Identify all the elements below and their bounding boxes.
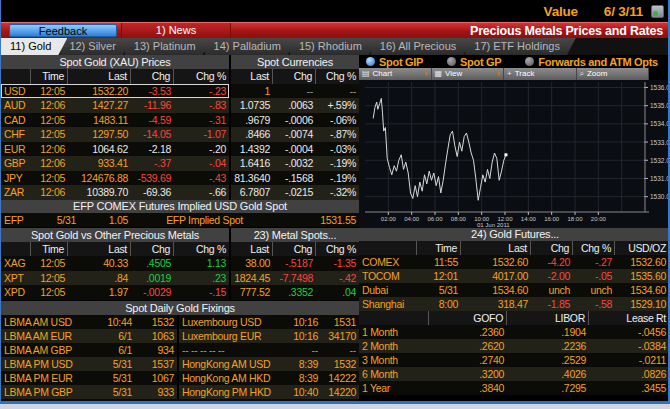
table-row[interactable]: CAD12:051483.11-4.59-.31 [1,113,229,128]
radio-label: Forwards and ATM Opts [538,56,658,68]
cell: -4.20 [531,255,573,269]
tab-gold[interactable]: 11) Gold [1,38,67,55]
table-row[interactable]: EFP5/311.05EFP Implied Spot1531.55 [1,213,359,227]
fixings-right-table: Luxembourg USD10:161531Luxembourg EUR10:… [179,315,359,399]
cell: 5/31 [31,213,79,227]
tab-rhodium[interactable]: 15) Rhodium [290,38,378,55]
tab-palladium[interactable]: 14) Palladium [205,38,297,55]
svg-text:02:00: 02:00 [381,216,397,222]
tab-platinum[interactable]: 13) Platinum [125,38,212,55]
radio-icon[interactable] [525,57,534,66]
cell [359,311,429,325]
table-row[interactable]: 6 Month.3200.4026.0826 [359,367,670,381]
table-row[interactable]: XAG12:0540.33.45051.13 [1,256,229,271]
cell: -.31 [174,113,229,128]
table-row[interactable]: Luxembourg EUR10:1634170 [179,329,359,343]
feedback-button[interactable]: Feedback [9,24,117,37]
cell: -.0456 [589,325,669,339]
table-row[interactable]: LBMA PM EUR5/311067 [1,371,177,385]
section-header-fixings: Spot Daily Gold Fixings [1,301,359,315]
table-row[interactable]: HongKong PM HKD10:4014220 [179,385,359,399]
radio-spot-gp[interactable]: Spot GP [447,56,501,68]
table-row[interactable]: Swiss Pool (CHF/KG) Spot Price41637.00 [1,399,359,405]
intraday-chart[interactable]: 1536.001535.001534.001533.001532.001531.… [359,80,670,228]
cell: 1824.45 [231,271,273,286]
cell: Luxembourg USD [179,315,285,329]
cell: .04 [316,285,359,300]
table-row[interactable]: .8466-.0074-.87% [231,127,359,142]
table-row[interactable]: HongKong AM HKD8:3914222 [179,371,359,385]
table-row[interactable]: LBMA PM USD5/311537 [1,357,177,371]
radio-icon[interactable] [366,57,375,66]
table-row[interactable]: 2 Month.2620.2236-.0384 [359,339,670,353]
table-row[interactable]: CHF12:051297.50-14.05-1.07 [1,127,229,142]
cell: 12:05 [31,256,68,271]
table-row[interactable]: -- -- -- -- ------ [179,343,359,357]
table-row[interactable]: 3 Month.2740.2529-.0211 [359,353,670,367]
cell: LBMA AM USD [1,315,93,329]
cell: 1067 [135,371,177,385]
table-row[interactable]: AUD12:061427.27-11.96-.83 [1,98,229,113]
table-row[interactable]: 777.52.3352.04 [231,285,359,300]
toolbar-track-button[interactable]: +Track [504,68,577,80]
table-row[interactable]: 1.6416-.0032-.19% [231,156,359,171]
cell: 1529.10 [615,297,669,311]
table-row[interactable]: TOCOM12:014017.00-2.00-.051535.60 [359,269,670,283]
cell: .0019 [131,271,174,286]
table-row[interactable]: 38.00-.5187-1.35 [231,256,359,271]
toolbar-view-button[interactable]: ▦View▾ [432,68,505,80]
cell: -.27 [573,255,615,269]
cell: 8:39 [285,371,321,385]
table-row[interactable]: 1.0735.0063+.59% [231,98,359,113]
cell: -539.69 [131,171,174,186]
left-panel: Spot Gold (XAU) Prices Spot Currencies T… [1,55,359,404]
toolbar-zoom-button[interactable]: ⌕Zoom [577,68,650,80]
radio-forwards-and-atm-opts[interactable]: Forwards and ATM Opts [525,56,658,68]
table-row[interactable]: 81.3640-.1568-.19% [231,171,359,186]
table-row[interactable]: LBMA PM GBP5/31933 [1,385,177,399]
table-row[interactable]: Shanghai8:00318.47-1.85-.581529.10 [359,297,670,311]
table-row[interactable]: 1 Year.3840.7295.3455 [359,381,670,395]
table-row[interactable]: JPY12:05124676.88-539.69-.43 [1,171,229,186]
cell: 3 Month [359,353,429,367]
toolbar-chart-button[interactable]: ▤Chart▾ [359,68,432,80]
table-row[interactable]: XPD12:051.97-.0029-.15 [1,285,229,300]
cell: 12:01 [417,269,461,283]
table-row[interactable]: HongKong AM USD8:391532 [179,357,359,371]
table-row[interactable]: XPT12:05.84.0019.23 [1,271,229,286]
tab-all-precious[interactable]: 16) All Precious [371,38,472,55]
table-row[interactable]: USD12:051532.20-3.53-.23 [1,84,229,99]
cell: 1.97 [68,285,131,300]
table-row[interactable]: 1.4392-.0004-.03% [231,142,359,157]
table-row[interactable]: LBMA AM GBP6/1934 [1,343,177,357]
table-row[interactable]: EUR12:061064.62-2.18-.20 [1,142,229,157]
cell: Shanghai [359,297,417,311]
tab-silver[interactable]: 12) Silver [60,38,131,55]
tab-etf-holdings[interactable]: 17) ETF Holdings [465,38,576,55]
table-row[interactable]: 1 Month.2360.1904-.0456 [359,325,670,339]
section-header-gold-futures[interactable]: 24) Gold Futures... [359,228,670,241]
cell: -.58 [573,297,615,311]
table-row[interactable]: LBMA AM USD10:441532 [1,315,177,329]
table-row[interactable]: COMEX11:551532.60-4.20-.271532.60 [359,255,670,269]
table-row[interactable]: .9679-.0006-.06% [231,113,359,128]
table-row[interactable]: 6.7807-.0215-.32% [231,185,359,200]
table-row[interactable]: Dubai5/311534.60unchunch1534.60 [359,283,670,297]
toolbar-label: Zoom [587,68,607,80]
news-button[interactable]: 1) News [121,23,231,38]
dropdown-caret-icon: ▾ [496,68,500,80]
table-row[interactable]: 1824.45-7.7498-.42 [231,271,359,286]
svg-text:16:00: 16:00 [544,216,560,222]
table-row[interactable]: GBP12:06933.41-.37-.04 [1,156,229,171]
table-row[interactable]: LBMA AM EUR6/11063 [1,329,177,343]
table-row[interactable]: Luxembourg USD10:161531 [179,315,359,329]
cell: -.05 [573,269,615,283]
radio-icon[interactable] [447,57,456,66]
cell: Time [417,241,461,255]
cell: -14.05 [131,127,174,142]
radio-spot-gip[interactable]: Spot GIP [366,56,423,68]
table-row[interactable]: 1---- [231,84,359,99]
fixings-left-table: LBMA AM USD10:441532LBMA AM EUR6/11063LB… [1,315,177,399]
table-row[interactable]: ZAR12:0610389.70-69.36-.66 [1,185,229,200]
section-header-metal-spots[interactable]: 23) Metal Spots... [231,228,359,242]
